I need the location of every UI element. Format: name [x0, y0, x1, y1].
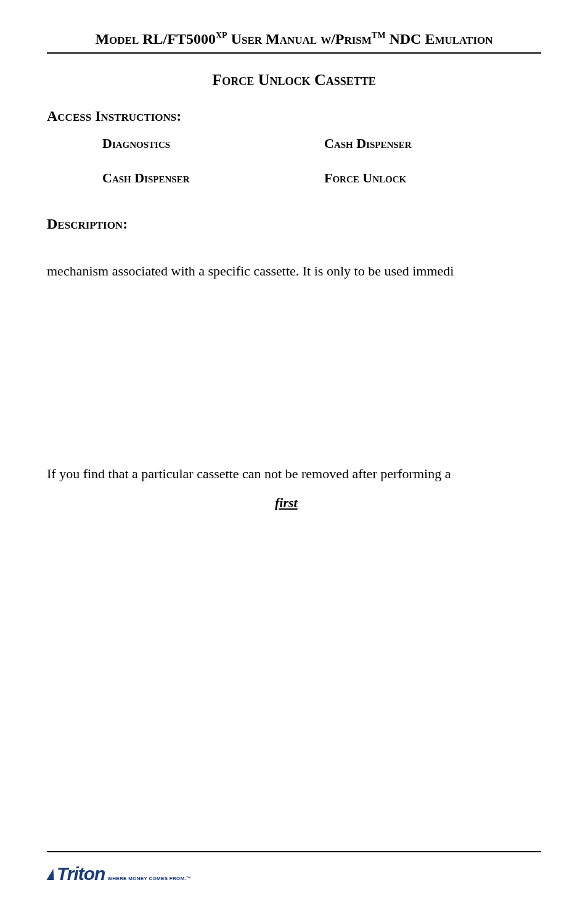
triton-logo-text: Triton [57, 863, 105, 884]
instruction-diagnostics: Diagnostics [102, 136, 300, 152]
header-title-sup2: TM [372, 31, 386, 40]
page-container: Model RL/FT5000XP User Manual w/PrismTM … [0, 0, 588, 909]
instruction-cash-dispenser-1: Cash Dispenser [300, 136, 497, 152]
triton-logo-tagline: WHERE MONEY COMES FROM.™ [107, 876, 191, 881]
access-instructions-heading: Access Instructions: [47, 108, 541, 124]
instruction-cash-dispenser-2: Cash Dispenser [102, 170, 300, 186]
header-title-part2: User Manual w/Prism [227, 31, 372, 47]
triton-logo: Triton WHERE MONEY COMES FROM.™ [47, 863, 541, 884]
header-title-part1: Model RL/FT5000 [95, 31, 216, 47]
header-title-part3: NDC Emulation [385, 31, 492, 47]
section-title: Force Unlock Cassette [47, 71, 541, 89]
instruction-force-unlock: Force Unlock [300, 170, 497, 186]
description-para2-emphasis: first [275, 495, 298, 511]
description-para2-line1: If you find that a particular cassette c… [47, 465, 541, 484]
triton-logo-icon [47, 869, 57, 880]
header-title: Model RL/FT5000XP User Manual w/PrismTM … [47, 31, 541, 47]
description-para1: mechanism associated with a specific cas… [47, 262, 541, 281]
footer-area: Triton WHERE MONEY COMES FROM.™ [47, 851, 541, 884]
header-rule [47, 52, 541, 54]
header-title-sup1: XP [216, 31, 227, 40]
footer-rule [47, 851, 541, 852]
instruction-row-2: Cash Dispenser Force Unlock [47, 170, 541, 186]
description-heading: Description: [47, 216, 541, 232]
description-para2-container: If you find that a particular cassette c… [47, 465, 541, 511]
instruction-row-1: Diagnostics Cash Dispenser [47, 136, 541, 152]
